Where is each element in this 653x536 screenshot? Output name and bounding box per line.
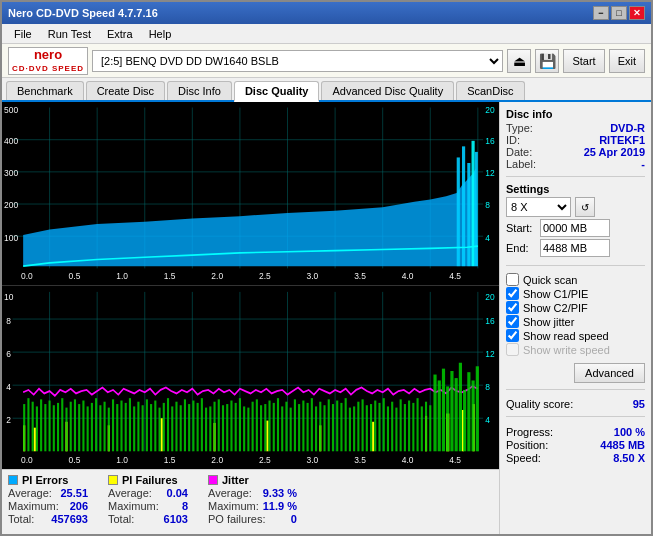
pi-failures-avg-val: 0.04: [167, 487, 188, 499]
svg-rect-164: [383, 398, 385, 451]
svg-rect-122: [205, 408, 207, 452]
settings-title: Settings: [506, 183, 645, 195]
svg-rect-170: [408, 401, 410, 452]
svg-rect-147: [311, 398, 313, 451]
svg-text:20: 20: [485, 105, 495, 115]
maximize-button[interactable]: □: [611, 6, 627, 20]
show-jitter-checkbox[interactable]: [506, 315, 519, 328]
show-read-speed-checkbox[interactable]: [506, 329, 519, 342]
svg-rect-30: [475, 152, 478, 266]
pi-errors-avg-val: 25.51: [60, 487, 88, 499]
svg-text:20: 20: [485, 292, 494, 303]
svg-rect-155: [345, 398, 347, 451]
show-c1-checkbox[interactable]: [506, 287, 519, 300]
svg-rect-133: [252, 402, 254, 452]
svg-text:0.5: 0.5: [69, 455, 81, 466]
svg-rect-142: [290, 408, 292, 452]
quick-scan-label[interactable]: Quick scan: [523, 274, 577, 286]
show-read-speed-label[interactable]: Show read speed: [523, 330, 609, 342]
save-icon-button[interactable]: 💾: [535, 49, 559, 73]
svg-rect-152: [332, 404, 334, 451]
svg-rect-84: [44, 404, 46, 451]
show-c2-label[interactable]: Show C2/PIF: [523, 302, 588, 314]
svg-rect-110: [154, 401, 156, 452]
svg-rect-162: [374, 401, 376, 452]
svg-rect-74: [372, 422, 374, 452]
svg-text:3.5: 3.5: [354, 271, 366, 281]
show-c1-label[interactable]: Show C1/PIE: [523, 288, 588, 300]
pi-failures-total-val: 6103: [164, 513, 188, 525]
close-button[interactable]: ✕: [629, 6, 645, 20]
minimize-button[interactable]: −: [593, 6, 609, 20]
tab-benchmark[interactable]: Benchmark: [6, 81, 84, 100]
disc-info-title: Disc info: [506, 108, 645, 120]
svg-rect-139: [277, 398, 279, 451]
svg-text:10: 10: [4, 292, 13, 303]
progress-section: Progress: 100 % Position: 4485 MB Speed:…: [506, 425, 645, 465]
svg-rect-183: [463, 390, 466, 451]
speed-select[interactable]: 8 X 4 X 6 X 12 X 16 X: [506, 197, 571, 217]
svg-rect-151: [328, 399, 330, 451]
start-button[interactable]: Start: [563, 49, 604, 73]
show-jitter-label[interactable]: Show jitter: [523, 316, 574, 328]
svg-rect-127: [226, 404, 228, 451]
refresh-icon-button[interactable]: ↺: [575, 197, 595, 217]
svg-rect-81: [32, 402, 34, 452]
show-c2-checkbox[interactable]: [506, 301, 519, 314]
svg-rect-180: [450, 371, 453, 451]
svg-rect-172: [417, 398, 419, 451]
end-input[interactable]: [540, 239, 610, 257]
svg-rect-79: [23, 404, 25, 451]
disc-label-val: -: [641, 158, 645, 170]
svg-text:1.5: 1.5: [164, 271, 176, 281]
svg-rect-179: [446, 386, 449, 451]
tab-create-disc[interactable]: Create Disc: [86, 81, 165, 100]
svg-rect-115: [175, 402, 177, 452]
svg-rect-88: [61, 398, 63, 451]
svg-rect-143: [294, 399, 296, 451]
show-write-speed-checkbox[interactable]: [506, 343, 519, 356]
pi-failures-label: PI Failures: [122, 474, 178, 486]
exit-button[interactable]: Exit: [609, 49, 645, 73]
titlebar-buttons: − □ ✕: [593, 6, 645, 20]
jitter-avg-val: 9.33 %: [263, 487, 297, 499]
svg-rect-178: [442, 369, 445, 452]
svg-rect-109: [150, 404, 152, 451]
svg-text:3.5: 3.5: [354, 455, 366, 466]
svg-rect-103: [125, 403, 127, 451]
pi-failures-max-val: 8: [182, 500, 188, 512]
eject-icon-button[interactable]: ⏏: [507, 49, 531, 73]
svg-rect-100: [112, 399, 114, 451]
svg-text:12: 12: [485, 168, 495, 178]
svg-rect-96: [95, 398, 97, 451]
svg-rect-182: [459, 363, 462, 452]
svg-rect-134: [256, 399, 258, 451]
svg-rect-87: [57, 403, 59, 451]
show-jitter-row: Show jitter: [506, 315, 645, 328]
pi-errors-max-key: Maximum:: [8, 500, 59, 512]
svg-text:16: 16: [485, 136, 495, 146]
menu-run-test[interactable]: Run Test: [40, 26, 99, 42]
svg-rect-124: [213, 402, 215, 452]
menu-extra[interactable]: Extra: [99, 26, 141, 42]
tab-advanced-disc-quality[interactable]: Advanced Disc Quality: [321, 81, 454, 100]
svg-rect-108: [146, 399, 148, 451]
tab-scandisc[interactable]: ScanDisc: [456, 81, 524, 100]
svg-rect-129: [235, 403, 237, 451]
start-input[interactable]: [540, 219, 610, 237]
advanced-button[interactable]: Advanced: [574, 363, 645, 383]
titlebar: Nero CD-DVD Speed 4.7.7.16 − □ ✕: [2, 2, 651, 24]
svg-rect-90: [70, 402, 72, 452]
divider-3: [506, 389, 645, 390]
disc-type-val: DVD-R: [610, 122, 645, 134]
svg-rect-148: [315, 406, 317, 451]
menu-help[interactable]: Help: [141, 26, 180, 42]
menu-file[interactable]: File: [6, 26, 40, 42]
quick-scan-checkbox[interactable]: [506, 273, 519, 286]
tab-disc-quality[interactable]: Disc Quality: [234, 81, 320, 102]
svg-rect-93: [82, 401, 84, 452]
svg-rect-158: [357, 402, 359, 452]
drive-select[interactable]: [2:5] BENQ DVD DD DW1640 BSLB: [92, 50, 503, 72]
tab-disc-info[interactable]: Disc Info: [167, 81, 232, 100]
disc-id-key: ID:: [506, 134, 520, 146]
